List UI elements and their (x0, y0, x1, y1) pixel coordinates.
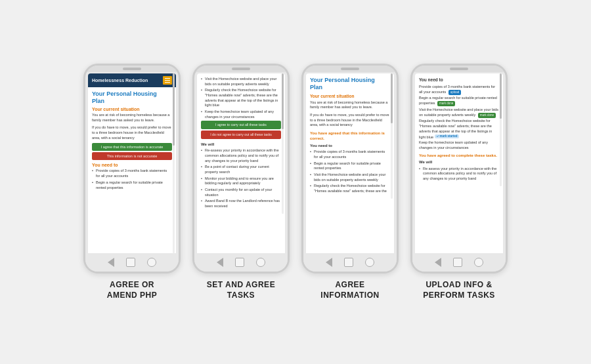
you-need-to-heading-1: You need to (92, 163, 172, 167)
will-item-1: Re-assess your priority in accordance wi… (201, 148, 281, 163)
phone-frame-3: Your Personal HousingPlan Your current s… (301, 64, 399, 273)
s2-bullet-3: Keep the homechoice team updated of any … (201, 110, 281, 119)
screen4-body: You need to Provide copies of 3 months b… (415, 73, 503, 186)
phone-bottom-bar-1 (85, 253, 179, 272)
complete-tasks-text: You have agreed to complete these tasks. (419, 153, 499, 158)
s3-need-1: Provide copies of 3 months bank statemen… (310, 150, 390, 159)
main-container: Homelessness Reduction Your Personal Hou… (64, 51, 527, 313)
mark-done-badge-2[interactable]: mark done (478, 113, 496, 118)
phone-label-3: AGREEINFORMATION (320, 280, 379, 300)
situation-text-3b: If you do have to move, you would prefer… (310, 113, 390, 128)
home-btn-2[interactable] (235, 258, 244, 267)
phone-col-3: Your Personal HousingPlan Your current s… (301, 64, 399, 300)
s3-need-2: Begin a regular search for suitable priv… (310, 161, 390, 171)
app-header-1: Homelessness Reduction (88, 73, 176, 88)
phone-screen-3: Your Personal HousingPlan Your current s… (306, 73, 394, 253)
phone-speaker-4 (450, 68, 468, 70)
phone-frame-1: Homelessness Reduction Your Personal Hou… (83, 64, 181, 273)
agree-accurate-btn[interactable]: I agree that this information is accurat… (92, 143, 172, 151)
phone-speaker-1 (123, 68, 141, 70)
scrollbar-2[interactable] (282, 73, 284, 214)
scrollbar-1[interactable] (173, 87, 175, 195)
scrollbar-4[interactable] (500, 73, 502, 186)
screen3-body: Your Personal HousingPlan Your current s… (306, 73, 394, 199)
current-situation-heading-3: Your current situation (310, 93, 390, 99)
you-need-heading-3: You need to (310, 143, 390, 148)
back-btn-1[interactable] (108, 258, 114, 267)
s4-need-3: Visit the Homechoice website and place y… (419, 108, 499, 118)
phone-screen-1: Homelessness Reduction Your Personal Hou… (88, 73, 176, 253)
mark-done-badge-1[interactable]: mark done (437, 101, 455, 106)
phone-top-bar-3 (303, 66, 397, 72)
phone-col-2: Visit the Homechoice website and place y… (192, 64, 290, 300)
will-item-5: Award Band B now the Landlord reference … (201, 199, 281, 209)
phone-bottom-bar-3 (303, 253, 397, 272)
will-item-2: Be a point of contact during your curren… (201, 165, 281, 174)
need-item-1: Provide copies of 3 months bank statemen… (92, 169, 172, 178)
situation-text-1: You are at risk of becoming homeless bec… (92, 113, 172, 123)
will-item-3: Monitor your bidding and to ensure you a… (201, 176, 281, 186)
scrollbar-3[interactable] (391, 73, 393, 199)
not-accurate-btn[interactable]: This information is not accurate (92, 152, 172, 160)
s4-will-1: Re assess your priority in accordance wi… (419, 167, 499, 182)
scrollbar-thumb-3 (391, 73, 393, 123)
phone-label-2: SET AND AGREETASKS (207, 280, 275, 300)
recent-btn-2[interactable] (256, 258, 265, 267)
home-btn-1[interactable] (126, 258, 135, 267)
need-item-2: Begin a regular search for suitable priv… (92, 180, 172, 190)
s3-need-4: Regularly check the Homechoice website f… (310, 184, 390, 193)
will-item-4: Contact you monthly for an update of you… (201, 188, 281, 197)
phone-screen-4: You need to Provide copies of 3 months b… (415, 73, 503, 253)
agreed-info-text: You have agreed that this information is… (310, 131, 390, 142)
s2-bullet-2: Regularly check the Homechoice website f… (201, 88, 281, 108)
back-btn-3[interactable] (326, 258, 332, 267)
phone-col-1: Homelessness Reduction Your Personal Hou… (83, 64, 181, 300)
mark-started-badge[interactable]: mark started (435, 134, 459, 138)
scrollbar-thumb-1 (173, 87, 175, 145)
we-will-heading-2: We will (201, 142, 281, 147)
recent-btn-1[interactable] (147, 258, 156, 267)
screen2-body: Visit the Homechoice website and place y… (197, 73, 285, 214)
phone-top-bar-2 (194, 66, 288, 72)
housing-plan-title-1: Your Personal HousingPlan (92, 91, 172, 105)
home-btn-3[interactable] (344, 258, 353, 267)
s3-need-3: Visit the Homechoice website and place y… (310, 172, 390, 182)
phone-frame-2: Visit the Homechoice website and place y… (192, 64, 290, 273)
home-btn-4[interactable] (453, 258, 462, 267)
phone-col-4: You need to Provide copies of 3 months b… (410, 64, 508, 300)
phone-frame-4: You need to Provide copies of 3 months b… (410, 64, 508, 273)
recent-btn-4[interactable] (474, 258, 483, 267)
situation-text-3a: You are at risk of becoming homeless bec… (310, 100, 390, 110)
phone-bottom-bar-2 (194, 253, 288, 272)
recent-btn-3[interactable] (365, 258, 374, 267)
current-situation-heading-1: Your current situation (92, 107, 172, 111)
back-btn-4[interactable] (435, 258, 441, 267)
s4-need-2: Begin a regular search for suitable priv… (419, 96, 499, 106)
phone-speaker-2 (232, 68, 250, 70)
back-btn-2[interactable] (217, 258, 223, 267)
scrollbar-thumb-2 (282, 73, 284, 130)
phone-bottom-bar-4 (412, 253, 506, 272)
phone-top-bar-1 (85, 66, 179, 72)
you-need-heading-4: You need to (419, 77, 499, 83)
not-agree-tasks-btn[interactable]: I do not agree to carry out all these ta… (201, 131, 281, 139)
s2-bullet-1: Visit the Homechoice website and place y… (201, 77, 281, 87)
we-will-heading-4: We will (419, 159, 499, 165)
screen1-body: Your Personal HousingPlan Your current s… (88, 87, 176, 195)
scrollbar-thumb-4 (500, 73, 502, 119)
s4-need-4: Regularly check the Homechoice website f… (419, 119, 499, 139)
s4-need-1: Provide copies of 3 months bank statemen… (419, 85, 499, 95)
upload-badge[interactable]: upload (449, 90, 462, 95)
phone-speaker-3 (341, 68, 359, 70)
phone-top-bar-4 (412, 66, 506, 72)
hamburger-menu-1[interactable] (163, 76, 172, 85)
phone-label-4: UPLOAD INFO &PERFORM TASKS (423, 280, 495, 300)
phone-label-1: AGREE ORAMEND PHP (107, 280, 158, 300)
housing-plan-title-3: Your Personal HousingPlan (310, 77, 390, 91)
situation-text-2: If you do have to move, you would prefer… (92, 125, 172, 140)
phone-screen-2: Visit the Homechoice website and place y… (197, 73, 285, 253)
s4-need-5: Keep the homechoice team updated of any … (419, 140, 499, 150)
agree-tasks-btn[interactable]: I agree to carry out all these tasks (201, 121, 281, 129)
app-title-1: Homelessness Reduction (92, 78, 148, 83)
